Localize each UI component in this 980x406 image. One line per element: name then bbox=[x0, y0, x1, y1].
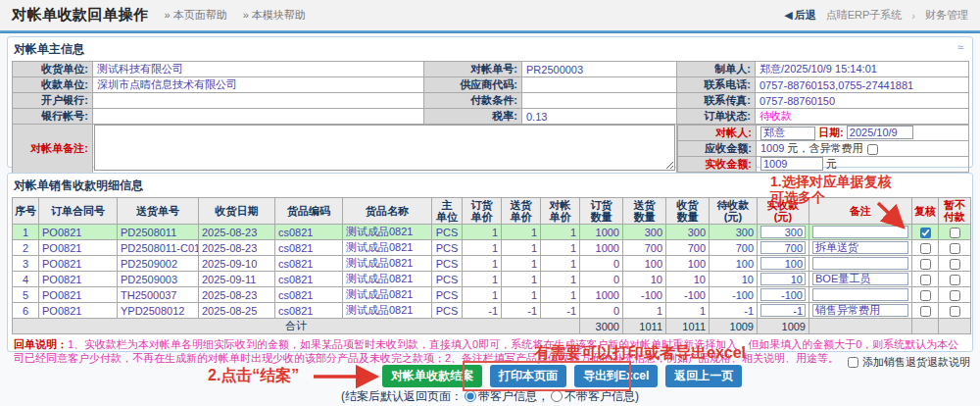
label-statement-no: 对帐单号: bbox=[424, 62, 522, 77]
statement-remark-cell bbox=[93, 125, 677, 174]
received-input-row6[interactable] bbox=[760, 304, 806, 317]
value-supplier-code bbox=[522, 77, 677, 93]
cell-order_qty: 0 bbox=[580, 303, 623, 319]
remark-input-row1[interactable] bbox=[812, 226, 908, 238]
cell-po: PO0821 bbox=[39, 287, 118, 303]
review-checkbox-row1[interactable] bbox=[920, 228, 931, 238]
cell-date: 2025-08-23 bbox=[199, 225, 275, 240]
review-checkbox-row4[interactable] bbox=[920, 275, 931, 285]
cell-unit: PCS bbox=[432, 256, 463, 272]
column-header-6: 主 单位 bbox=[432, 198, 463, 225]
cell-delivery_qty: 100 bbox=[623, 256, 666, 272]
received-input-row2[interactable] bbox=[760, 241, 806, 254]
cell-review bbox=[912, 272, 939, 287]
export-excel-button[interactable]: 导出到Excel bbox=[574, 365, 658, 387]
cell-received bbox=[758, 225, 809, 240]
table-row[interactable]: 2PO0821PD2508011-C012025-08-23cs0821测试成品… bbox=[13, 240, 971, 256]
detail-panel: 对帐单销售收款明细信息 序号订单合同号送货单号收货日期货品编码货品名称主 单位订… bbox=[7, 173, 973, 352]
column-header-16: 复核 bbox=[912, 198, 939, 225]
value-tax-rate: 0.13 bbox=[522, 109, 677, 125]
amount-subtable-cell: 对帐人: 日期: 应收金额: 1009 元，含异常费用 bbox=[677, 125, 969, 174]
statement-remark-textarea[interactable] bbox=[94, 125, 675, 171]
radio-without-customer[interactable] bbox=[551, 390, 563, 402]
hold-payment-checkbox-row2[interactable] bbox=[950, 243, 960, 254]
cell-seq: 2 bbox=[13, 240, 39, 256]
page-help-link[interactable]: » 本页面帮助 bbox=[165, 8, 227, 23]
table-row[interactable]: 6PO0821YPD25080122025-08-25cs0821测试成品082… bbox=[13, 303, 971, 319]
received-input-row4[interactable] bbox=[760, 273, 806, 285]
hold-payment-checkbox-row1[interactable] bbox=[950, 228, 960, 238]
abnormal-fee-checkbox[interactable] bbox=[867, 144, 878, 155]
cell-stmt_price: 1 bbox=[541, 225, 580, 240]
cell-item_name: 测试成品0821 bbox=[343, 272, 432, 287]
breadcrumb-app[interactable]: 点睛ERP子系统 bbox=[826, 8, 903, 23]
hold-payment-checkbox-row3[interactable] bbox=[950, 259, 960, 270]
cell-hold bbox=[939, 256, 971, 272]
hold-payment-checkbox-row5[interactable] bbox=[950, 290, 960, 301]
received-input-row5[interactable] bbox=[760, 288, 806, 301]
column-header-3: 收货日期 bbox=[199, 198, 275, 225]
cell-remark bbox=[809, 272, 912, 287]
table-row[interactable]: 1PO0821PD25080112025-08-23cs0821测试成品0821… bbox=[13, 225, 971, 240]
review-checkbox-row6[interactable] bbox=[920, 306, 931, 317]
cell-review bbox=[912, 287, 939, 303]
radio-with-customer[interactable] bbox=[465, 390, 476, 402]
cell-stmt_price: -1 bbox=[541, 303, 580, 319]
remark-input-row3[interactable] bbox=[812, 257, 908, 270]
received-input-row1[interactable] bbox=[760, 226, 806, 238]
close-case-button[interactable]: 对帐单收款结案 bbox=[382, 365, 482, 387]
review-checkbox-row5[interactable] bbox=[920, 290, 931, 301]
cell-hold bbox=[939, 303, 971, 319]
review-checkbox-row3[interactable] bbox=[920, 259, 931, 270]
back-button[interactable]: ◀ 后退 bbox=[784, 8, 815, 23]
received-input-row3[interactable] bbox=[760, 257, 806, 270]
add-return-note-checkbox[interactable] bbox=[848, 357, 858, 368]
remark-input-row2[interactable] bbox=[812, 241, 908, 254]
main-info-panel: 对帐单主信息 ≈ 收货单位: 测试科技有限公司 对帐单号: PR2500003 … bbox=[7, 36, 973, 168]
table-row[interactable]: 3PO0821PD25090022025-09-10cs0821测试成品0821… bbox=[13, 256, 971, 272]
review-checkbox-row2[interactable] bbox=[920, 243, 931, 254]
cell-delivery_price: 1 bbox=[502, 272, 541, 287]
cell-stmt_price: 1 bbox=[541, 287, 580, 303]
remark-input-row4[interactable] bbox=[812, 273, 908, 285]
value-bank-account bbox=[93, 109, 424, 125]
add-return-note-toggle[interactable]: 添加销售退货退款说明 bbox=[847, 355, 970, 370]
detail-table: 序号订单合同号送货单号收货日期货品编码货品名称主 单位订货 单价送货 单价对帐 … bbox=[12, 197, 971, 334]
cell-stmt_price: 1 bbox=[541, 240, 580, 256]
cell-review bbox=[912, 225, 939, 240]
remark-input-row5[interactable] bbox=[812, 288, 908, 301]
column-header-11: 送货 数量 bbox=[623, 198, 666, 225]
cell-item_name: 测试成品0821 bbox=[343, 287, 432, 303]
table-row[interactable]: 4PO0821PD25090032025-09-11cs0821测试成品0821… bbox=[13, 272, 971, 287]
erp-page: 对帐单收款回单操作 » 本页面帮助 » 本模块帮助 ◀ 后退 点睛ERP子系统 … bbox=[0, 0, 980, 406]
reconciler-input[interactable] bbox=[760, 127, 815, 140]
module-help-link[interactable]: » 本模块帮助 bbox=[243, 8, 306, 23]
cell-delivery_no: PD2509003 bbox=[118, 272, 199, 287]
cell-delivery_no: PD2508011-C01 bbox=[118, 240, 199, 256]
cell-date: 2025-08-23 bbox=[199, 240, 275, 256]
print-page-button[interactable]: 打印本页面 bbox=[490, 365, 566, 387]
total-received: 1009 bbox=[758, 319, 809, 334]
value-creator: 郑意/2025/10/9 15:14:01 bbox=[756, 62, 969, 77]
value-payment-terms bbox=[522, 93, 677, 109]
label-receivable: 应收金额: bbox=[678, 141, 757, 157]
label-date: 日期: bbox=[818, 127, 844, 138]
hold-payment-checkbox-row6[interactable] bbox=[950, 306, 960, 317]
back-page-button[interactable]: 返回上一页 bbox=[665, 365, 742, 387]
receipt-notes-label: 回单说明： bbox=[14, 338, 68, 350]
receivable-row: 1009 元，含异常费用 bbox=[757, 141, 969, 157]
column-header-15: 备注 bbox=[809, 198, 912, 225]
hold-payment-checkbox-row4[interactable] bbox=[950, 275, 960, 285]
received-amount-input[interactable] bbox=[760, 157, 823, 171]
cell-receive_qty: 1 bbox=[666, 303, 710, 319]
cell-receive_qty: -100 bbox=[666, 287, 710, 303]
remark-input-row6[interactable] bbox=[812, 304, 908, 317]
collapse-icon[interactable]: ≈ bbox=[957, 42, 963, 53]
cell-received bbox=[758, 287, 809, 303]
date-input[interactable] bbox=[847, 126, 913, 139]
table-row[interactable]: 5PO0821TH25000372025-08-23cs0821测试成品0821… bbox=[13, 287, 971, 303]
breadcrumb-section[interactable]: 财务管理 bbox=[925, 8, 968, 23]
receivable-amount: 1009 bbox=[760, 142, 784, 154]
cell-order_price: 1 bbox=[463, 287, 502, 303]
total-label: 合计 bbox=[13, 319, 580, 334]
